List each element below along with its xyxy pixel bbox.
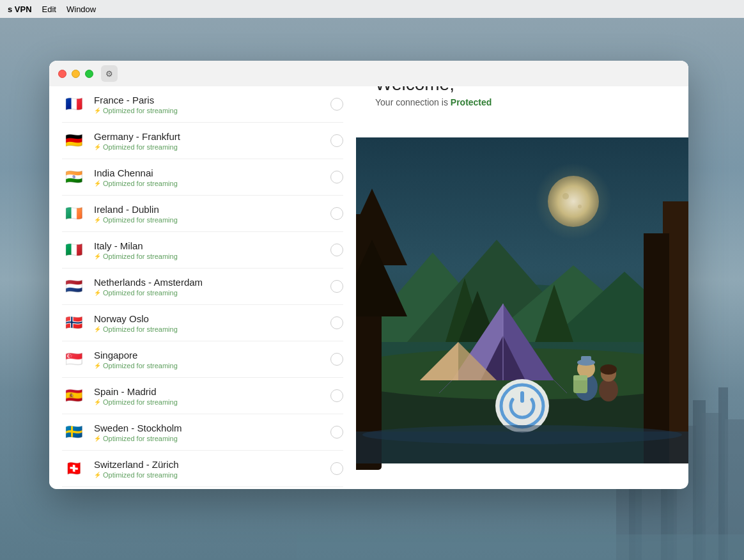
server-item-italy-milan[interactable]: 🇮🇹 Italy - Milan Optimized for streaming xyxy=(49,232,356,268)
maximize-button[interactable] xyxy=(85,70,93,78)
svg-point-12 xyxy=(548,176,599,227)
close-button[interactable] xyxy=(58,70,66,78)
server-tag-switzerland-zurich: Optimized for streaming xyxy=(94,471,330,479)
server-tag-norway-oslo: Optimized for streaming xyxy=(94,325,330,333)
window-titlebar: ⚙ xyxy=(49,61,688,86)
minimize-button[interactable] xyxy=(72,70,80,78)
svg-rect-41 xyxy=(581,356,591,364)
server-item-uk-london[interactable]: 🇬🇧 United Kingdom - London Optimized for… xyxy=(49,487,356,489)
app-window: 🇫🇷 France - Paris Optimized for streamin… xyxy=(49,61,688,489)
svg-rect-9 xyxy=(297,534,744,560)
server-item-sweden-stockholm[interactable]: 🇸🇪 Sweden - Stockholm Optimized for stre… xyxy=(49,414,356,450)
radio-switzerland-zurich[interactable] xyxy=(330,462,343,475)
flag-sweden-stockholm: 🇸🇪 xyxy=(62,421,85,444)
svg-rect-43 xyxy=(573,375,587,380)
server-list: 🇫🇷 France - Paris Optimized for streamin… xyxy=(49,61,356,489)
server-item-ireland-dublin[interactable]: 🇮🇪 Ireland - Dublin Optimized for stream… xyxy=(49,196,356,231)
flag-france-paris: 🇫🇷 xyxy=(62,93,85,116)
radio-india-chennai[interactable] xyxy=(330,171,343,183)
radio-italy-milan[interactable] xyxy=(330,244,343,256)
server-item-spain-madrid[interactable]: 🇪🇸 Spain - Madrid Optimized for streamin… xyxy=(49,378,356,414)
server-item-netherlands-amsterdam[interactable]: 🇳🇱 Netherlands - Amsterdam Optimized for… xyxy=(49,268,356,304)
server-info-france-paris: France - Paris Optimized for streaming xyxy=(94,94,330,115)
menu-edit[interactable]: Edit xyxy=(42,4,56,14)
server-item-india-chennai[interactable]: 🇮🇳 India Chennai Optimized for streaming xyxy=(49,159,356,195)
menu-bar: s VPN Edit Window xyxy=(0,0,744,18)
radio-singapore[interactable] xyxy=(330,353,343,366)
server-tag-germany-frankfurt: Optimized for streaming xyxy=(94,143,330,151)
server-item-singapore[interactable]: 🇸🇬 Singapore Optimized for streaming xyxy=(49,341,356,377)
server-name-sweden-stockholm: Sweden - Stockholm xyxy=(94,422,330,435)
gear-icon: ⚙ xyxy=(105,69,113,79)
svg-point-13 xyxy=(562,193,569,199)
server-tag-singapore: Optimized for streaming xyxy=(94,362,330,369)
svg-point-14 xyxy=(578,205,582,208)
server-tag-ireland-dublin: Optimized for streaming xyxy=(94,216,330,224)
menu-window[interactable]: Window xyxy=(66,4,96,14)
connection-status: Your connection is Protected xyxy=(375,97,669,107)
right-panel: Welcome, Your connection is Protected xyxy=(356,61,688,489)
server-info-spain-madrid: Spain - Madrid Optimized for streaming xyxy=(94,385,330,407)
flag-india-chennai: 🇮🇳 xyxy=(62,166,85,189)
svg-point-51 xyxy=(362,425,682,444)
server-name-france-paris: France - Paris xyxy=(94,94,330,107)
server-name-ireland-dublin: Ireland - Dublin xyxy=(94,203,330,216)
server-info-italy-milan: Italy - Milan Optimized for streaming xyxy=(94,240,330,261)
server-info-ireland-dublin: Ireland - Dublin Optimized for streaming xyxy=(94,203,330,224)
server-name-norway-oslo: Norway Oslo xyxy=(94,313,330,325)
server-tag-sweden-stockholm: Optimized for streaming xyxy=(94,435,330,442)
server-info-sweden-stockholm: Sweden - Stockholm Optimized for streami… xyxy=(94,422,330,443)
server-info-norway-oslo: Norway Oslo Optimized for streaming xyxy=(94,313,330,334)
server-tag-netherlands-amsterdam: Optimized for streaming xyxy=(94,289,330,297)
server-info-singapore: Singapore Optimized for streaming xyxy=(94,349,330,370)
settings-button[interactable]: ⚙ xyxy=(101,65,118,82)
server-info-india-chennai: India Chennai Optimized for streaming xyxy=(94,167,330,188)
server-name-italy-milan: Italy - Milan xyxy=(94,240,330,253)
app-name: s VPN xyxy=(8,4,32,14)
server-name-germany-frankfurt: Germany - Frankfurt xyxy=(94,130,330,143)
server-name-spain-madrid: Spain - Madrid xyxy=(94,385,330,398)
server-tag-india-chennai: Optimized for streaming xyxy=(94,180,330,187)
server-name-india-chennai: India Chennai xyxy=(94,167,330,180)
flag-italy-milan: 🇮🇹 xyxy=(62,238,85,261)
flag-spain-madrid: 🇪🇸 xyxy=(62,384,85,407)
svg-point-46 xyxy=(600,364,617,375)
radio-spain-madrid[interactable] xyxy=(330,389,343,402)
svg-point-44 xyxy=(599,378,618,401)
server-info-netherlands-amsterdam: Netherlands - Amsterdam Optimized for st… xyxy=(94,276,330,297)
server-item-norway-oslo[interactable]: 🇳🇴 Norway Oslo Optimized for streaming xyxy=(49,305,356,341)
flag-switzerland-zurich: 🇨🇭 xyxy=(62,457,85,480)
server-info-germany-frankfurt: Germany - Frankfurt Optimized for stream… xyxy=(94,130,330,152)
flag-germany-frankfurt: 🇩🇪 xyxy=(62,129,85,152)
server-tag-spain-madrid: Optimized for streaming xyxy=(94,398,330,406)
flag-singapore: 🇸🇬 xyxy=(62,348,85,371)
server-item-germany-frankfurt[interactable]: 🇩🇪 Germany - Frankfurt Optimized for str… xyxy=(49,123,356,159)
server-name-netherlands-amsterdam: Netherlands - Amsterdam xyxy=(94,276,330,289)
radio-netherlands-amsterdam[interactable] xyxy=(330,280,343,293)
radio-france-paris[interactable] xyxy=(330,98,343,111)
flag-netherlands-amsterdam: 🇳🇱 xyxy=(62,275,85,298)
server-tag-italy-milan: Optimized for streaming xyxy=(94,253,330,260)
svg-point-47 xyxy=(495,379,549,433)
server-item-switzerland-zurich[interactable]: 🇨🇭 Switzerland - Zürich Optimized for st… xyxy=(49,451,356,486)
radio-sweden-stockholm[interactable] xyxy=(330,426,343,439)
server-tag-france-paris: Optimized for streaming xyxy=(94,107,330,114)
illustration xyxy=(356,112,688,489)
svg-rect-49 xyxy=(520,391,524,403)
radio-norway-oslo[interactable] xyxy=(330,316,343,329)
flag-ireland-dublin: 🇮🇪 xyxy=(62,202,85,225)
radio-germany-frankfurt[interactable] xyxy=(330,134,343,147)
connection-label: Your connection is xyxy=(375,97,448,107)
server-item-france-paris[interactable]: 🇫🇷 France - Paris Optimized for streamin… xyxy=(49,86,356,122)
server-info-switzerland-zurich: Switzerland - Zürich Optimized for strea… xyxy=(94,458,330,479)
server-name-singapore: Singapore xyxy=(94,349,330,362)
protected-status: Protected xyxy=(451,97,492,107)
radio-ireland-dublin[interactable] xyxy=(330,207,343,220)
server-name-switzerland-zurich: Switzerland - Zürich xyxy=(94,458,330,471)
flag-norway-oslo: 🇳🇴 xyxy=(62,311,85,334)
